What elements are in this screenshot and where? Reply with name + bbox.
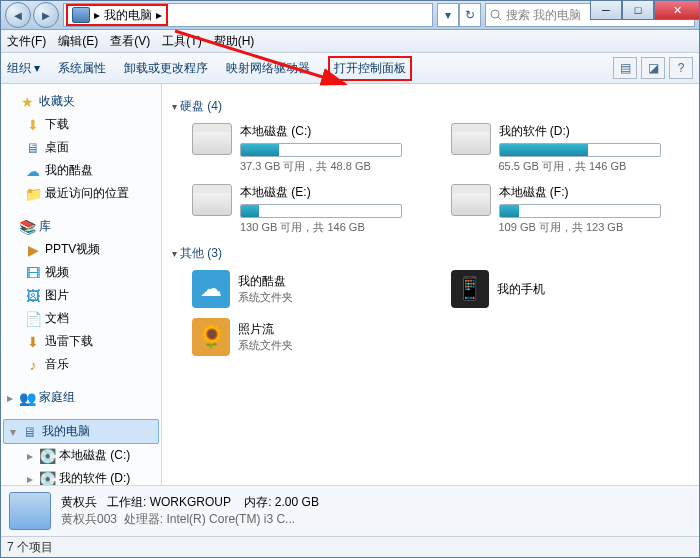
drive-icon [192,123,232,155]
uninstall-programs-button[interactable]: 卸载或更改程序 [124,60,208,77]
drive-icon [451,123,491,155]
music-icon: ♪ [25,357,41,373]
breadcrumb-sep: ▸ [156,8,162,22]
download-icon: ⬇ [25,334,41,350]
organize-button[interactable]: 组织 ▾ [7,60,40,77]
sidebar-item-recent[interactable]: 📁最近访问的位置 [1,182,161,205]
menu-view[interactable]: 查看(V) [110,33,150,50]
sidebar-item-kupan[interactable]: ☁我的酷盘 [1,159,161,182]
sidebar-item-drive-d[interactable]: ▸💽我的软件 (D:) [1,467,161,485]
chevron-icon: ▸ [25,472,35,486]
computer-heading[interactable]: ▾ 🖥 我的电脑 [3,419,159,444]
details-workgroup: WORKGROUP [150,495,231,509]
address-history-button[interactable]: ▾ [437,3,459,27]
details-name2: 黄权兵003 [61,512,117,526]
recent-icon: 📁 [25,186,41,202]
sidebar-item-documents[interactable]: 📄文档 [1,307,161,330]
content-pane: ▾ 硬盘 (4) 本地磁盘 (C:) 37.3 GB 可用，共 48.8 GB … [162,84,699,485]
computer-icon [72,7,90,23]
drive-item[interactable]: 本地磁盘 (C:) 37.3 GB 可用，共 48.8 GB [192,123,431,174]
help-button[interactable]: ? [669,57,693,79]
item-subtext: 系统文件夹 [238,290,293,305]
sidebar-item-xunlei[interactable]: ⬇迅雷下载 [1,330,161,353]
menu-edit[interactable]: 编辑(E) [58,33,98,50]
close-button[interactable]: ✕ [654,0,700,20]
libraries-heading[interactable]: 📚 库 [1,215,161,238]
chevron-down-icon: ▾ [172,248,177,259]
menu-bar: 文件(F) 编辑(E) 查看(V) 工具(T) 帮助(H) [1,30,699,53]
sidebar-item-videos[interactable]: 🎞视频 [1,261,161,284]
drive-icon: 💽 [39,448,55,464]
details-ram-label: 内存: [244,495,271,509]
status-text: 7 个项目 [7,539,53,556]
group-others-header[interactable]: ▾ 其他 (3) [172,245,689,262]
other-item[interactable]: 📱 我的手机 [451,270,690,308]
video-icon: 🎞 [25,265,41,281]
homegroup-icon: 👥 [19,390,35,406]
details-cpu: Intel(R) Core(TM) i3 C... [166,512,295,526]
sidebar-item-desktop[interactable]: 🖥桌面 [1,136,161,159]
menu-help[interactable]: 帮助(H) [214,33,255,50]
drive-title: 本地磁盘 (E:) [240,184,431,201]
minimize-button[interactable]: ─ [590,0,622,20]
favorites-heading[interactable]: ★ 收藏夹 [1,90,161,113]
favorites-label: 收藏夹 [39,93,75,110]
drive-subtext: 109 GB 可用，共 123 GB [499,220,690,235]
item-title: 我的酷盘 [238,273,293,290]
drive-subtext: 130 GB 可用，共 146 GB [240,220,431,235]
homegroup-heading[interactable]: ▸ 👥 家庭组 [1,386,161,409]
drive-item[interactable]: 我的软件 (D:) 65.5 GB 可用，共 146 GB [451,123,690,174]
details-ram: 2.00 GB [275,495,319,509]
sidebar-item-drive-c[interactable]: ▸💽本地磁盘 (C:) [1,444,161,467]
address-highlight: ▸ 我的电脑 ▸ [66,4,168,26]
details-pane: 黄权兵 工作组: WORKGROUP 内存: 2.00 GB 黄权兵003 处理… [1,485,699,536]
forward-button[interactable]: ► [33,2,59,28]
breadcrumb-root[interactable]: 我的电脑 [104,7,152,24]
address-bar[interactable]: ▸ 我的电脑 ▸ [63,3,433,27]
svg-line-1 [498,17,501,20]
download-icon: ⬇ [25,117,41,133]
system-properties-button[interactable]: 系统属性 [58,60,106,77]
star-icon: ★ [19,94,35,110]
item-title: 照片流 [238,321,293,338]
group-drives-header[interactable]: ▾ 硬盘 (4) [172,98,689,115]
usage-bar [499,204,661,218]
usage-bar [499,143,661,157]
other-item[interactable]: ☁ 我的酷盘 系统文件夹 [192,270,431,308]
item-icon: 🌻 [192,318,230,356]
cloud-icon: ☁ [25,163,41,179]
documents-icon: 📄 [25,311,41,327]
computer-icon: 🖥 [22,424,38,440]
item-icon: ☁ [192,270,230,308]
sidebar-item-music[interactable]: ♪音乐 [1,353,161,376]
sidebar-item-pictures[interactable]: 🖼图片 [1,284,161,307]
preview-pane-button[interactable]: ◪ [641,57,665,79]
item-icon: 📱 [451,270,489,308]
drive-icon [192,184,232,216]
pictures-icon: 🖼 [25,288,41,304]
breadcrumb-sep: ▸ [94,8,100,22]
details-workgroup-label: 工作组: [107,495,146,509]
back-button[interactable]: ◄ [5,2,31,28]
chevron-down-icon: ▾ [172,101,177,112]
chevron-down-icon: ▾ [8,425,18,439]
other-item[interactable]: 🌻 照片流 系统文件夹 [192,318,431,356]
chevron-icon: ▸ [25,449,35,463]
open-control-panel-button[interactable]: 打开控制面板 [328,56,412,81]
homegroup-label: 家庭组 [39,389,75,406]
drive-item[interactable]: 本地磁盘 (E:) 130 GB 可用，共 146 GB [192,184,431,235]
drive-icon: 💽 [39,471,55,486]
refresh-button[interactable]: ↻ [459,3,481,27]
sidebar-item-downloads[interactable]: ⬇下载 [1,113,161,136]
maximize-button[interactable]: □ [622,0,654,20]
libraries-label: 库 [39,218,51,235]
menu-file[interactable]: 文件(F) [7,33,46,50]
desktop-icon: 🖥 [25,140,41,156]
map-network-drive-button[interactable]: 映射网络驱动器 [226,60,310,77]
details-cpu-label: 处理器: [124,512,163,526]
view-options-button[interactable]: ▤ [613,57,637,79]
sidebar-item-pptv[interactable]: ▶PPTV视频 [1,238,161,261]
drive-item[interactable]: 本地磁盘 (F:) 109 GB 可用，共 123 GB [451,184,690,235]
explorer-window: ◄ ► ▸ 我的电脑 ▸ ▾ ↻ 搜索 我的电脑 ─ □ ✕ 文件(F) 编辑(… [0,0,700,558]
menu-tools[interactable]: 工具(T) [162,33,201,50]
